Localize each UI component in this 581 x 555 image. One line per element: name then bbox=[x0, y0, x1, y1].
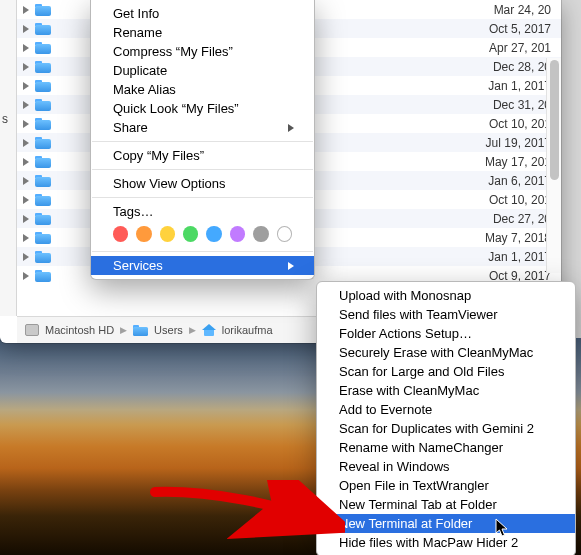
disclosure-triangle-icon[interactable] bbox=[23, 272, 29, 280]
disclosure-triangle-icon[interactable] bbox=[23, 158, 29, 166]
disclosure-triangle-icon[interactable] bbox=[23, 253, 29, 261]
menu-separator bbox=[92, 169, 313, 170]
menu-item-label: Duplicate bbox=[113, 63, 167, 78]
svc-monosnap[interactable]: Upload with Monosnap bbox=[317, 286, 575, 305]
menu-item-label: Show View Options bbox=[113, 176, 226, 191]
svc-evernote[interactable]: Add to Evernote bbox=[317, 400, 575, 419]
tag-color-dot[interactable] bbox=[230, 226, 245, 242]
file-date: Dec 31, 20 bbox=[493, 98, 551, 112]
folder-icon bbox=[35, 4, 51, 16]
menu-item-label: Send files with TeamViewer bbox=[339, 307, 498, 322]
svc-hider[interactable]: Hide files with MacPaw Hider 2 bbox=[317, 533, 575, 552]
menu-item-label: Scan for Large and Old Files bbox=[339, 364, 504, 379]
svc-textwrangler[interactable]: Open File in TextWrangler bbox=[317, 476, 575, 495]
folder-icon bbox=[35, 156, 51, 168]
disclosure-triangle-icon[interactable] bbox=[23, 177, 29, 185]
tag-color-dot[interactable] bbox=[206, 226, 221, 242]
ctx-view-options[interactable]: Show View Options bbox=[91, 174, 314, 193]
path-seg-root[interactable]: Macintosh HD bbox=[45, 324, 114, 336]
disclosure-triangle-icon[interactable] bbox=[23, 139, 29, 147]
svc-terminal-tab[interactable]: New Terminal Tab at Folder bbox=[317, 495, 575, 514]
folder-icon bbox=[35, 80, 51, 92]
disclosure-triangle-icon[interactable] bbox=[23, 120, 29, 128]
menu-item-label: Upload with Monosnap bbox=[339, 288, 471, 303]
disclosure-triangle-icon[interactable] bbox=[23, 44, 29, 52]
folder-icon bbox=[35, 118, 51, 130]
folder-icon bbox=[35, 23, 51, 35]
path-seg-home[interactable]: lorikaufma bbox=[222, 324, 273, 336]
tag-color-dot[interactable] bbox=[253, 226, 268, 242]
menu-item-label: Get Info bbox=[113, 6, 159, 21]
disclosure-triangle-icon[interactable] bbox=[23, 63, 29, 71]
menu-item-label: Rename bbox=[113, 25, 162, 40]
disclosure-triangle-icon[interactable] bbox=[23, 101, 29, 109]
ctx-make-alias[interactable]: Make Alias bbox=[91, 80, 314, 99]
disclosure-triangle-icon[interactable] bbox=[23, 234, 29, 242]
folder-icon bbox=[35, 175, 51, 187]
folder-icon bbox=[35, 213, 51, 225]
svc-erase[interactable]: Erase with CleanMyMac bbox=[317, 381, 575, 400]
ctx-share[interactable]: Share bbox=[91, 118, 314, 137]
ctx-copy[interactable]: Copy “My Files” bbox=[91, 146, 314, 165]
svc-reveal-windows[interactable]: Reveal in Windows bbox=[317, 457, 575, 476]
folder-icon bbox=[35, 61, 51, 73]
file-date: Mar 24, 20 bbox=[494, 3, 551, 17]
menu-item-label: New Terminal at Folder bbox=[339, 516, 472, 531]
ctx-quick-look[interactable]: Quick Look “My Files” bbox=[91, 99, 314, 118]
svc-namechanger[interactable]: Rename with NameChanger bbox=[317, 438, 575, 457]
svc-scan-large[interactable]: Scan for Large and Old Files bbox=[317, 362, 575, 381]
disclosure-triangle-icon[interactable] bbox=[23, 215, 29, 223]
ctx-rename[interactable]: Rename bbox=[91, 23, 314, 42]
home-icon bbox=[202, 324, 216, 336]
ctx-get-info[interactable]: Get Info bbox=[91, 4, 314, 23]
folder-icon bbox=[35, 42, 51, 54]
svc-folder-actions[interactable]: Folder Actions Setup… bbox=[317, 324, 575, 343]
disclosure-triangle-icon[interactable] bbox=[23, 6, 29, 14]
file-date: Jan 1, 2017 bbox=[488, 79, 551, 93]
folder-icon bbox=[35, 194, 51, 206]
path-seg-users[interactable]: Users bbox=[154, 324, 183, 336]
ctx-tags[interactable]: Tags… bbox=[91, 202, 314, 221]
file-date: Oct 10, 201 bbox=[489, 117, 551, 131]
menu-item-label: Scan for Duplicates with Gemini 2 bbox=[339, 421, 534, 436]
ctx-compress[interactable]: Compress “My Files” bbox=[91, 42, 314, 61]
file-date: Jan 1, 2017 bbox=[488, 250, 551, 264]
file-date: May 7, 2018 bbox=[485, 231, 551, 245]
chevron-right-icon: ▶ bbox=[120, 325, 127, 335]
file-date: Jul 19, 2017 bbox=[486, 136, 551, 150]
finder-scrollbar[interactable] bbox=[546, 58, 561, 273]
disclosure-triangle-icon[interactable] bbox=[23, 82, 29, 90]
file-date: Oct 5, 2017 bbox=[489, 22, 551, 36]
scrollbar-thumb[interactable] bbox=[550, 60, 559, 180]
menu-item-label: Share bbox=[113, 120, 148, 135]
tag-color-clear[interactable] bbox=[277, 226, 292, 242]
file-date: Dec 28, 20 bbox=[493, 60, 551, 74]
tag-color-dot[interactable] bbox=[136, 226, 151, 242]
menu-item-label: Securely Erase with CleanMyMac bbox=[339, 345, 533, 360]
menu-item-label: Rename with NameChanger bbox=[339, 440, 503, 455]
ctx-services[interactable]: Services bbox=[91, 256, 314, 275]
mouse-cursor-icon bbox=[495, 518, 509, 538]
menu-separator bbox=[92, 141, 313, 142]
folder-icon bbox=[35, 251, 51, 263]
tag-color-dot[interactable] bbox=[183, 226, 198, 242]
menu-item-label: Hide files with MacPaw Hider 2 bbox=[339, 535, 518, 550]
folder-icon bbox=[133, 325, 148, 336]
menu-item-label: Add to Evernote bbox=[339, 402, 432, 417]
disclosure-triangle-icon[interactable] bbox=[23, 25, 29, 33]
ctx-duplicate[interactable]: Duplicate bbox=[91, 61, 314, 80]
menu-separator bbox=[92, 251, 313, 252]
svc-teamviewer[interactable]: Send files with TeamViewer bbox=[317, 305, 575, 324]
svc-erase-cleanmymac[interactable]: Securely Erase with CleanMyMac bbox=[317, 343, 575, 362]
file-date: Dec 27, 20 bbox=[493, 212, 551, 226]
menu-item-label: Open File in TextWrangler bbox=[339, 478, 489, 493]
svc-terminal-folder[interactable]: New Terminal at Folder bbox=[317, 514, 575, 533]
file-date: Oct 10, 201 bbox=[489, 193, 551, 207]
tag-color-dot[interactable] bbox=[160, 226, 175, 242]
disclosure-triangle-icon[interactable] bbox=[23, 196, 29, 204]
menu-item-label: Quick Look “My Files” bbox=[113, 101, 239, 116]
tag-color-dot[interactable] bbox=[113, 226, 128, 242]
menu-item-label: Copy “My Files” bbox=[113, 148, 204, 163]
svc-gemini[interactable]: Scan for Duplicates with Gemini 2 bbox=[317, 419, 575, 438]
submenu-arrow-icon bbox=[288, 124, 294, 132]
